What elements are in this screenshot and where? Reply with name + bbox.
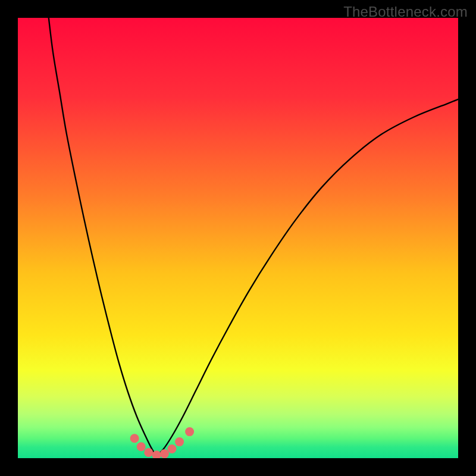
vertex-dot	[144, 448, 153, 457]
vertex-dot	[160, 449, 169, 458]
vertex-dot	[130, 434, 139, 443]
vertex-dot	[137, 442, 146, 451]
attribution-watermark: TheBottleneck.com	[343, 4, 468, 20]
chart-container: TheBottleneck.com	[0, 0, 476, 476]
vertex-dot	[185, 427, 194, 436]
plot-area	[18, 18, 458, 458]
vertex-dot	[152, 450, 161, 458]
vertex-dot	[168, 444, 177, 453]
vertex-dots	[18, 18, 458, 458]
vertex-dot	[175, 437, 184, 446]
